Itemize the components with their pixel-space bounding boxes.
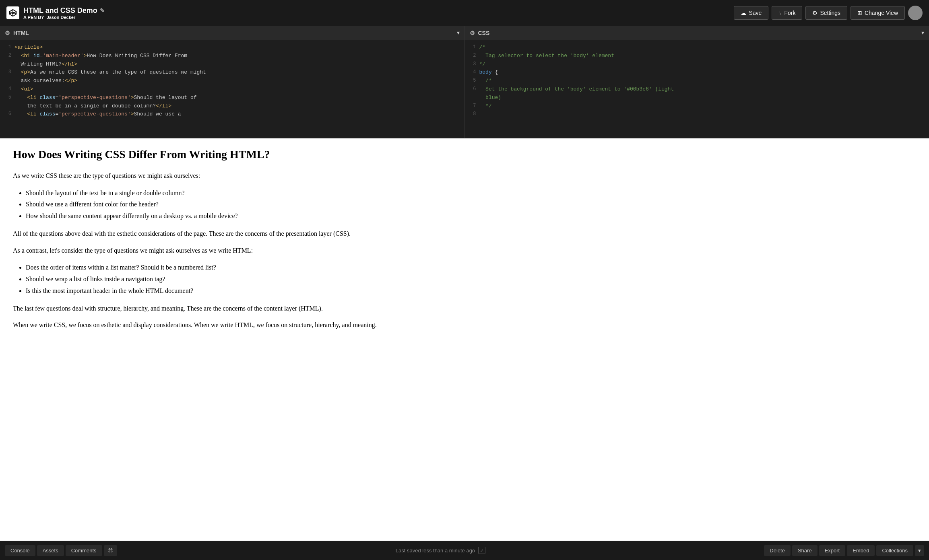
- code-line: 1 <article>: [0, 43, 464, 52]
- preview-para3: As a contrast, let's consider the type o…: [13, 245, 916, 256]
- embed-button[interactable]: Embed: [847, 545, 875, 556]
- html-editor-panel: ⚙ HTML ▾ 1 <article> 2 <h1 id='main-head…: [0, 26, 465, 138]
- header-left: HTML and CSS Demo ✎ A PEN BY Jason Decke…: [6, 6, 105, 20]
- preview-para1: As we write CSS these are the type of qu…: [13, 171, 916, 181]
- code-line: 3 <p>As we write CSS these are the type …: [0, 68, 464, 77]
- css-panel-label: CSS: [478, 30, 490, 36]
- header-right: ☁ Save ⑂ Fork ⚙ Settings ⊞ Change View: [734, 6, 923, 20]
- code-line: 4 <ul>: [0, 85, 464, 94]
- css-editor-label-area: ⚙ CSS: [470, 30, 490, 36]
- html-editor-body[interactable]: 1 <article> 2 <h1 id='main-header'>How D…: [0, 40, 464, 138]
- preview-list1: Should the layout of the text be in a si…: [26, 187, 916, 222]
- code-line: blue): [465, 94, 929, 102]
- list-item: Does the order of items within a list ma…: [26, 262, 916, 274]
- save-button[interactable]: ☁ Save: [734, 6, 768, 20]
- header: HTML and CSS Demo ✎ A PEN BY Jason Decke…: [0, 0, 929, 26]
- avatar[interactable]: [908, 6, 923, 20]
- expand-icon[interactable]: ⤢: [478, 547, 485, 554]
- css-editor-panel: ⚙ CSS ▾ 1 /* 2 Tag selector to select th…: [465, 26, 929, 138]
- code-line: ask ourselves:</p>: [0, 77, 464, 85]
- code-line: 1 /*: [465, 43, 929, 52]
- pen-title-text: HTML and CSS Demo: [23, 6, 97, 15]
- save-icon: ☁: [741, 10, 746, 16]
- code-line: 5 <li class='perspective-questions'>Shou…: [0, 94, 464, 102]
- list-item: Should we wrap a list of links inside a …: [26, 274, 916, 285]
- codepen-logo: [6, 6, 19, 19]
- code-line: 5 /*: [465, 77, 929, 85]
- more-button[interactable]: ▾: [915, 545, 924, 556]
- footer-center: Last saved less than a minute ago ⤢: [396, 547, 485, 554]
- save-label: Save: [749, 10, 762, 16]
- preview-para4: The last few questions deal with structu…: [13, 303, 916, 314]
- assets-button[interactable]: Assets: [37, 545, 64, 556]
- html-editor-label-area: ⚙ HTML: [5, 30, 29, 36]
- html-panel-chevron[interactable]: ▾: [457, 29, 460, 36]
- console-button[interactable]: Console: [5, 545, 35, 556]
- list-item: Should we use a different font color for…: [26, 199, 916, 210]
- pen-title: HTML and CSS Demo ✎: [23, 6, 105, 15]
- share-button[interactable]: Share: [792, 545, 818, 556]
- css-gear-icon[interactable]: ⚙: [470, 30, 475, 36]
- export-button[interactable]: Export: [819, 545, 846, 556]
- subtitle-prefix: A PEN BY: [23, 15, 44, 20]
- footer-left: Console Assets Comments ⌘: [5, 545, 117, 556]
- code-line: 8: [465, 110, 929, 118]
- preview-list2: Does the order of items within a list ma…: [26, 262, 916, 296]
- code-line: 4 body {: [465, 68, 929, 77]
- preview-para2: All of the questions above deal with the…: [13, 229, 916, 239]
- settings-button[interactable]: ⚙ Settings: [805, 6, 847, 20]
- change-view-icon: ⊞: [857, 10, 862, 16]
- list-item: Should the layout of the text be in a si…: [26, 187, 916, 199]
- code-line: Writing HTML?</h1>: [0, 60, 464, 69]
- cmd-button[interactable]: ⌘: [104, 545, 117, 556]
- list-item: Is this the most important header in the…: [26, 285, 916, 297]
- html-panel-label: HTML: [13, 30, 29, 36]
- code-line: 2 <h1 id='main-header'>How Does Writing …: [0, 52, 464, 60]
- edit-title-icon[interactable]: ✎: [100, 7, 105, 14]
- fork-label: Fork: [784, 10, 795, 16]
- fork-icon: ⑂: [778, 10, 782, 16]
- change-view-label: Change View: [865, 10, 898, 16]
- code-line: 6 Set the background of the 'body' eleme…: [465, 85, 929, 94]
- comments-button[interactable]: Comments: [66, 545, 102, 556]
- code-line: the text be in a single or double column…: [0, 102, 464, 111]
- code-line: 2 Tag selector to select the 'body' elem…: [465, 52, 929, 60]
- pen-subtitle: A PEN BY Jason Decker: [23, 15, 105, 20]
- save-status-text: Last saved less than a minute ago: [396, 548, 475, 554]
- footer-right: Delete Share Export Embed Collections ▾: [764, 545, 924, 556]
- editors-row: ⚙ HTML ▾ 1 <article> 2 <h1 id='main-head…: [0, 26, 929, 138]
- delete-button[interactable]: Delete: [764, 545, 791, 556]
- collections-button[interactable]: Collections: [876, 545, 913, 556]
- css-editor-body[interactable]: 1 /* 2 Tag selector to select the 'body'…: [465, 40, 929, 138]
- preview-area: How Does Writing CSS Differ From Writing…: [0, 138, 929, 541]
- code-line: 3 */: [465, 60, 929, 69]
- preview-content: How Does Writing CSS Differ From Writing…: [13, 148, 916, 330]
- settings-icon: ⚙: [812, 10, 818, 16]
- html-editor-header: ⚙ HTML ▾: [0, 26, 464, 40]
- settings-label: Settings: [820, 10, 840, 16]
- css-editor-header: ⚙ CSS ▾: [465, 26, 929, 40]
- footer: Console Assets Comments ⌘ Last saved les…: [0, 541, 929, 560]
- css-panel-chevron[interactable]: ▾: [921, 29, 924, 36]
- fork-button[interactable]: ⑂ Fork: [772, 6, 802, 20]
- preview-para5: When we write CSS, we focus on esthetic …: [13, 320, 916, 330]
- title-area: HTML and CSS Demo ✎ A PEN BY Jason Decke…: [23, 6, 105, 20]
- list-item: How should the same content appear diffe…: [26, 210, 916, 222]
- change-view-button[interactable]: ⊞ Change View: [851, 6, 905, 20]
- html-gear-icon[interactable]: ⚙: [5, 30, 10, 36]
- author-name[interactable]: Jason Decker: [47, 15, 76, 20]
- code-line: 7 */: [465, 102, 929, 111]
- preview-heading: How Does Writing CSS Differ From Writing…: [13, 148, 916, 161]
- code-line: 6 <li class='perspective-questions'>Shou…: [0, 110, 464, 119]
